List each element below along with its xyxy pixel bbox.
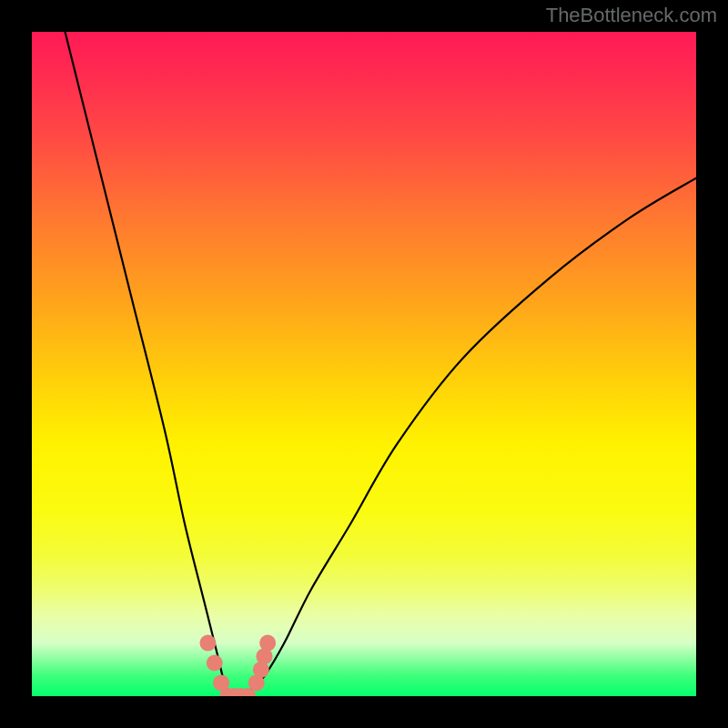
highlight-dot	[207, 655, 223, 672]
curve-layer	[32, 32, 696, 696]
plot-area	[32, 32, 696, 696]
watermark-text: TheBottleneck.com	[546, 4, 717, 27]
highlight-dots	[199, 635, 276, 696]
highlight-dot	[199, 635, 216, 652]
bottleneck-curve	[66, 32, 697, 696]
highlight-dot	[259, 635, 276, 652]
chart-frame: TheBottleneck.com	[0, 0, 728, 728]
